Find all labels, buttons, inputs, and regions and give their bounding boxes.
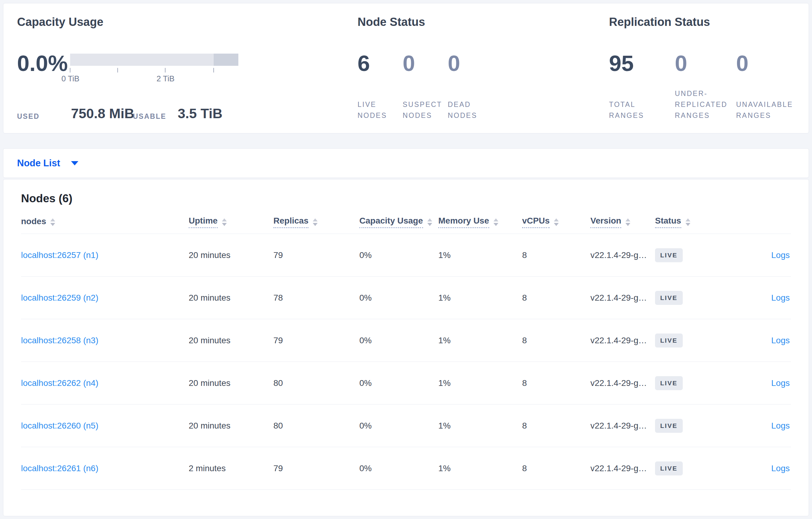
- column-header-label: Status: [655, 216, 681, 228]
- capacity-usage-bar: [70, 54, 238, 66]
- used-label: USED: [17, 112, 40, 121]
- replicas-cell: 79: [273, 250, 359, 260]
- node-list-dropdown-label: Node List: [17, 158, 60, 169]
- sort-icon: [626, 218, 630, 226]
- dead-nodes-label: DEAD NODES: [448, 99, 493, 121]
- used-value: 750.8 MiB: [71, 106, 135, 122]
- capacity-cell: 0%: [359, 293, 438, 303]
- column-header-label: nodes: [21, 217, 46, 228]
- sort-icon: [686, 218, 690, 226]
- column-header-label: Memory Use: [438, 216, 489, 228]
- vcpus-cell: 8: [522, 336, 590, 345]
- status-badge: LIVE: [655, 248, 683, 262]
- node-link[interactable]: localhost:26260 (n5): [21, 421, 98, 430]
- sort-icon: [554, 218, 559, 226]
- memory-cell: 1%: [438, 250, 522, 260]
- node-link[interactable]: localhost:26261 (n6): [21, 464, 98, 473]
- uptime-cell: 20 minutes: [189, 421, 273, 431]
- sort-icon: [493, 218, 498, 226]
- node-list-dropdown[interactable]: Node List: [17, 158, 78, 169]
- capacity-cell: 0%: [359, 336, 438, 345]
- nodes-table-header: nodes Uptime Replicas Capacity Usage Mem…: [21, 216, 791, 234]
- version-cell: v22.1.4-29-g…: [590, 464, 655, 473]
- memory-cell: 1%: [438, 293, 522, 303]
- column-header-replicas[interactable]: Replicas: [273, 216, 359, 228]
- version-cell: v22.1.4-29-g…: [590, 378, 655, 388]
- sort-icon: [50, 218, 55, 226]
- axis-tick-label: 2 TiB: [156, 74, 174, 84]
- logs-link[interactable]: Logs: [771, 378, 790, 388]
- column-header-label: Capacity Usage: [359, 216, 423, 228]
- axis-tick: [213, 68, 214, 72]
- replicas-cell: 79: [273, 464, 359, 473]
- column-header-vcpus[interactable]: vCPUs: [522, 216, 590, 228]
- sort-icon: [313, 218, 318, 226]
- column-header-version[interactable]: Version: [590, 216, 655, 228]
- column-header-uptime[interactable]: Uptime: [189, 216, 273, 228]
- capacity-cell: 0%: [359, 421, 438, 431]
- version-cell: v22.1.4-29-g…: [590, 421, 655, 431]
- logs-link[interactable]: Logs: [771, 293, 790, 302]
- under-replicated-ranges-count: 0: [675, 52, 687, 74]
- column-header-label: Version: [590, 216, 621, 228]
- cluster-summary-panel: Capacity Usage 0.0% 0 TiB 2 TiB USED 750…: [3, 3, 809, 133]
- logs-link[interactable]: Logs: [771, 250, 790, 260]
- status-badge: LIVE: [655, 291, 683, 305]
- memory-cell: 1%: [438, 464, 522, 473]
- capacity-cell: 0%: [359, 464, 438, 473]
- nodes-table-card: Nodes (6) nodes Uptime Replicas Capacity…: [3, 179, 809, 516]
- uptime-cell: 20 minutes: [189, 336, 273, 345]
- sort-icon: [427, 218, 432, 226]
- suspect-nodes-count: 0: [403, 52, 415, 74]
- column-header-label: Replicas: [273, 216, 309, 228]
- column-header-capacity-usage[interactable]: Capacity Usage: [359, 216, 438, 228]
- uptime-cell: 20 minutes: [189, 378, 273, 388]
- table-row: localhost:26261 (n6) 2 minutes 79 0% 1% …: [21, 447, 791, 490]
- suspect-nodes-label: SUSPECT NODES: [403, 99, 455, 121]
- logs-link[interactable]: Logs: [771, 464, 790, 473]
- unavailable-ranges-count: 0: [736, 52, 749, 74]
- status-badge: LIVE: [655, 461, 683, 476]
- column-header-label: Uptime: [189, 216, 218, 228]
- logs-link[interactable]: Logs: [771, 336, 790, 345]
- uptime-cell: 2 minutes: [189, 464, 273, 473]
- axis-tick: [165, 68, 166, 72]
- capacity-usage-title: Capacity Usage: [17, 16, 103, 29]
- node-status-title: Node Status: [357, 16, 425, 29]
- live-nodes-count: 6: [357, 52, 370, 74]
- capacity-used-percent: 0.0%: [17, 52, 68, 74]
- logs-link[interactable]: Logs: [771, 421, 790, 430]
- dead-nodes-count: 0: [448, 52, 460, 74]
- column-header-status[interactable]: Status: [655, 216, 723, 228]
- version-cell: v22.1.4-29-g…: [590, 336, 655, 345]
- chevron-down-icon: [71, 161, 78, 165]
- axis-tick-label: 0 TiB: [61, 74, 79, 84]
- vcpus-cell: 8: [522, 378, 590, 388]
- status-badge: LIVE: [655, 334, 683, 347]
- status-badge: LIVE: [655, 376, 683, 390]
- column-header-nodes[interactable]: nodes: [21, 217, 189, 228]
- node-link[interactable]: localhost:26258 (n3): [21, 336, 98, 345]
- table-row: localhost:26259 (n2) 20 minutes 78 0% 1%…: [21, 277, 791, 319]
- axis-tick: [70, 68, 70, 72]
- uptime-cell: 20 minutes: [189, 250, 273, 260]
- vcpus-cell: 8: [522, 421, 590, 431]
- node-link[interactable]: localhost:26257 (n1): [21, 250, 98, 260]
- replicas-cell: 80: [273, 378, 359, 388]
- memory-cell: 1%: [438, 421, 522, 431]
- memory-cell: 1%: [438, 336, 522, 345]
- table-row: localhost:26260 (n5) 20 minutes 80 0% 1%…: [21, 404, 791, 447]
- node-link[interactable]: localhost:26259 (n2): [21, 293, 98, 302]
- total-ranges-count: 95: [609, 52, 634, 74]
- node-link[interactable]: localhost:26262 (n4): [21, 378, 98, 388]
- column-header-label: vCPUs: [522, 216, 550, 228]
- nodes-table-title: Nodes (6): [21, 179, 791, 205]
- vcpus-cell: 8: [522, 293, 590, 303]
- axis-tick: [117, 68, 118, 72]
- column-header-memory-use[interactable]: Memory Use: [438, 216, 522, 228]
- unavailable-ranges-label: UNAVAILABLE RANGES: [736, 99, 811, 121]
- vcpus-cell: 8: [522, 250, 590, 260]
- view-selector-bar: Node List: [3, 148, 809, 178]
- total-ranges-label: TOTAL RANGES: [609, 99, 661, 121]
- table-row: localhost:26262 (n4) 20 minutes 80 0% 1%…: [21, 362, 791, 404]
